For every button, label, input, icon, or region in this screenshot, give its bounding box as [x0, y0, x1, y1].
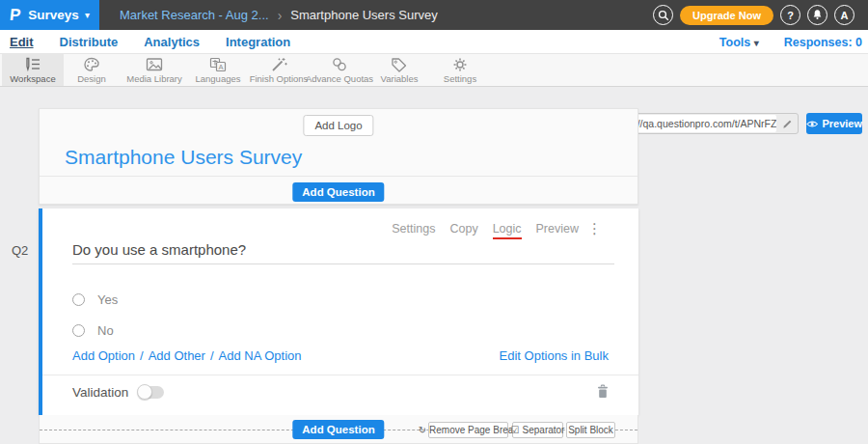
toolbar-item-media-library[interactable]: Media Library — [121, 54, 188, 86]
question-number-label: Q2 — [12, 243, 28, 258]
radio-button[interactable] — [72, 324, 85, 337]
question-text-underline — [72, 264, 614, 264]
divider — [40, 176, 637, 177]
search-button[interactable] — [653, 5, 673, 25]
palette-icon — [82, 57, 101, 72]
eye-icon — [806, 120, 818, 128]
preview-button[interactable]: Preview — [806, 113, 862, 134]
nav-tab-integration[interactable]: Integration — [226, 35, 290, 49]
avatar[interactable]: A — [834, 5, 854, 25]
validation-label: Validation — [72, 385, 128, 400]
radio-button[interactable] — [72, 293, 85, 306]
link-separator: / — [140, 348, 144, 363]
answer-option-row: Yes — [72, 292, 118, 307]
trash-icon — [596, 384, 610, 399]
toggle-knob — [137, 384, 152, 400]
question-text[interactable]: Do you use a smartphone? — [72, 241, 246, 258]
edit-options-in-bulk-link[interactable]: Edit Options in Bulk — [500, 348, 609, 363]
add-option-link[interactable]: Add Option — [72, 348, 135, 363]
validation-toggle[interactable] — [138, 386, 164, 399]
survey-title[interactable]: Smartphone Users Survey — [65, 146, 302, 169]
search-icon — [658, 10, 669, 21]
help-button[interactable]: ? — [780, 5, 800, 25]
breadcrumb-parent[interactable]: Market Research - Aug 2... — [120, 8, 269, 22]
avatar-letter: A — [841, 10, 849, 21]
question-mark-icon: ? — [787, 10, 794, 21]
breadcrumb-separator-icon: › — [278, 8, 283, 23]
chevron-down-icon: ▾ — [85, 10, 90, 20]
checkbox-checked-icon: ☑ — [511, 425, 520, 435]
workspace-icon — [23, 57, 42, 72]
brand-menu[interactable]: P Surveys ▾ — [0, 0, 99, 30]
option-links: Add Option / Add Other / Add NA Option — [72, 348, 302, 363]
breadcrumb-current: Smartphone Users Survey — [290, 8, 437, 22]
question-tab-logic[interactable]: Logic — [493, 222, 522, 239]
toolbar-item-languages[interactable]: A Languages — [188, 54, 248, 86]
answer-option-row: No — [72, 323, 114, 338]
delete-question-button[interactable] — [596, 384, 610, 402]
toolbar-item-settings[interactable]: Settings — [429, 54, 491, 86]
option-label[interactable]: Yes — [97, 292, 118, 307]
chevron-down-icon: ▾ — [754, 38, 759, 48]
question-card: Settings Copy Logic Preview ⋮ Do you use… — [39, 208, 638, 415]
toolbar-item-workspace[interactable]: Workspace — [2, 54, 64, 86]
editor-toolbar: Workspace Design Media Library A Languag… — [0, 54, 868, 87]
tag-icon — [390, 57, 409, 72]
kebab-menu-icon[interactable]: ⋮ — [587, 220, 602, 237]
question-tab-preview[interactable]: Preview — [536, 222, 579, 239]
links-icon — [330, 57, 349, 72]
header-actions: Upgrade Now ? A — [653, 0, 854, 30]
svg-text:A: A — [218, 62, 223, 70]
question-tab-copy[interactable]: Copy — [449, 222, 477, 239]
upgrade-now-button[interactable]: Upgrade Now — [680, 6, 773, 25]
toolbar-item-advance-quotas[interactable]: Advance Quotas — [310, 54, 369, 86]
split-block-button[interactable]: Split Block — [566, 422, 615, 438]
notifications-button[interactable] — [807, 5, 827, 25]
tools-menu[interactable]: Tools ▾ — [719, 36, 759, 49]
add-other-link[interactable]: Add Other — [149, 348, 205, 363]
questionpro-logo-icon: P — [9, 6, 21, 25]
toolbar-item-finish-options[interactable]: Finish Options — [248, 54, 310, 86]
validation-row: Validation — [72, 385, 164, 400]
image-icon — [145, 57, 164, 72]
add-na-option-link[interactable]: Add NA Option — [219, 348, 302, 363]
separator-button[interactable]: ☑ Separator — [512, 422, 563, 438]
toolbar-item-variables[interactable]: Variables — [369, 54, 429, 86]
page-break-strip: Add Question ↻ Remove Page Break ☑ Separ… — [39, 415, 638, 444]
add-logo-button[interactable]: Add Logo — [303, 115, 373, 136]
product-name: Surveys — [28, 8, 79, 22]
nav-tab-analytics[interactable]: Analytics — [144, 35, 200, 49]
edit-url-button[interactable] — [776, 119, 798, 129]
nav-tab-edit[interactable]: Edit — [10, 35, 34, 49]
section-nav: Edit Distribute Analytics Integration To… — [0, 30, 868, 54]
nav-tab-distribute[interactable]: Distribute — [60, 35, 119, 49]
divider — [42, 375, 638, 375]
translate-icon: A — [208, 57, 228, 72]
remove-page-break-button[interactable]: ↻ Remove Page Break — [428, 422, 508, 438]
pencil-icon — [782, 119, 793, 129]
question-tab-settings[interactable]: Settings — [392, 222, 435, 239]
wand-icon — [269, 57, 288, 72]
responses-count[interactable]: Responses: 0 — [784, 36, 862, 49]
link-separator: / — [210, 348, 214, 363]
option-label[interactable]: No — [97, 323, 114, 338]
add-question-button-top[interactable]: Add Question — [292, 182, 384, 202]
bell-icon — [811, 9, 824, 21]
survey-header-card: Add Logo Smartphone Users Survey Add Que… — [39, 108, 638, 205]
remove-page-break-icon: ↻ — [419, 425, 426, 435]
add-question-button-bottom[interactable]: Add Question — [292, 420, 384, 439]
breadcrumb: Market Research - Aug 2... › Smartphone … — [120, 0, 438, 30]
question-tabs: Settings Copy Logic Preview — [392, 222, 579, 239]
gear-icon — [450, 57, 470, 72]
top-header: P Surveys ▾ Market Research - Aug 2... ›… — [0, 0, 868, 30]
toolbar-item-design[interactable]: Design — [64, 54, 120, 86]
